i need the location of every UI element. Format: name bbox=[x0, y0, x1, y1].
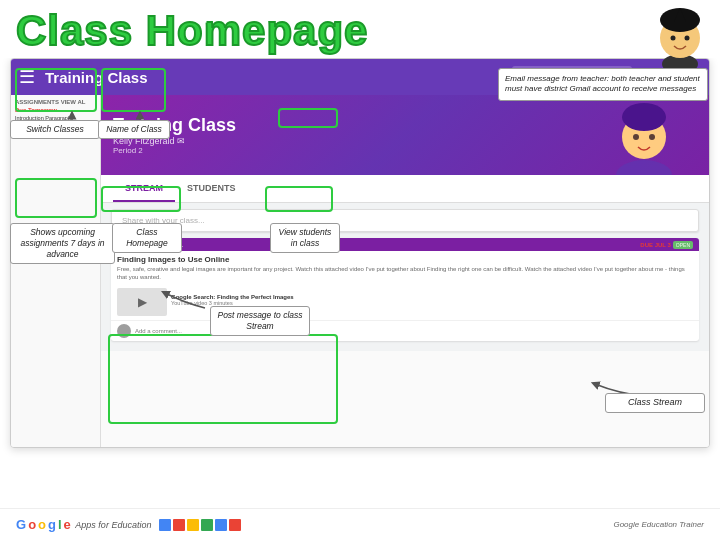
color-red2 bbox=[229, 519, 241, 531]
class-header-banner: Training Class Kelly Fitzgerald ✉ Period… bbox=[101, 95, 709, 175]
avatar bbox=[650, 6, 710, 66]
content-area: ☰ Training Class kcundersid.org ▼ ASSIGN… bbox=[10, 58, 710, 488]
svg-point-6 bbox=[616, 160, 672, 175]
google-logo: Google bbox=[16, 517, 71, 532]
due-badge: DUE JUL 3 bbox=[640, 242, 671, 248]
svg-point-9 bbox=[633, 134, 639, 140]
period-label: Period 2 bbox=[113, 146, 236, 155]
page-title: Class Homepage bbox=[16, 7, 368, 54]
bottom-bar: Google Apps for Education Google Educati… bbox=[0, 508, 720, 540]
title-bar: Class Homepage bbox=[0, 0, 720, 58]
email-message-label: Email message from teacher: both teacher… bbox=[498, 68, 708, 101]
assignment-card-desc: Free, safe, creative and legal images ar… bbox=[117, 266, 693, 282]
shows-upcoming-box bbox=[15, 178, 97, 218]
mock-stream: Share with your class... ASSIGNMENT JUL … bbox=[101, 203, 709, 351]
shows-upcoming-label: Shows upcoming assignments 7 days in adv… bbox=[10, 223, 115, 264]
play-icon[interactable]: ▶ bbox=[138, 295, 147, 309]
tab-students[interactable]: STUDENTS bbox=[175, 175, 248, 202]
color-yellow bbox=[187, 519, 199, 531]
class-stream-box bbox=[108, 334, 338, 424]
name-of-class-label: Name of Class bbox=[98, 120, 170, 139]
email-message-box bbox=[278, 108, 338, 128]
color-blue bbox=[159, 519, 171, 531]
color-red bbox=[173, 519, 185, 531]
view-students-label: View students in class bbox=[270, 223, 340, 253]
svg-point-4 bbox=[671, 36, 676, 41]
class-stream-label: Class Stream bbox=[605, 393, 705, 413]
assignment-card-title: Finding Images to Use Online bbox=[117, 255, 693, 264]
g-red: o bbox=[28, 517, 36, 532]
class-homepage-label: Class Homepage bbox=[112, 223, 182, 253]
assignment-card-header: ASSIGNMENT JUL 1 DUE JUL 3 OPEN bbox=[111, 238, 699, 251]
g-red2: e bbox=[64, 517, 71, 532]
mock-tabs: STREAM STUDENTS bbox=[101, 175, 709, 203]
view-students-box bbox=[265, 186, 333, 212]
g-blue2: g bbox=[48, 517, 56, 532]
share-box[interactable]: Share with your class... bbox=[111, 209, 699, 232]
color-blue2 bbox=[215, 519, 227, 531]
for-education: Apps for Education bbox=[75, 520, 151, 530]
open-badge: OPEN bbox=[673, 241, 693, 249]
switch-classes-box bbox=[15, 68, 97, 112]
switch-classes-label: Switch Classes bbox=[10, 120, 100, 139]
g-green: l bbox=[58, 517, 62, 532]
color-green bbox=[201, 519, 213, 531]
trainer-label: Google Education Trainer bbox=[613, 520, 704, 529]
name-of-class-box bbox=[101, 68, 166, 112]
svg-point-8 bbox=[622, 103, 666, 131]
svg-point-5 bbox=[685, 36, 690, 41]
sidebar: ASSIGNMENTS VIEW AL Due Tomorrow Introdu… bbox=[11, 95, 101, 447]
svg-point-10 bbox=[649, 134, 655, 140]
g-yellow: o bbox=[38, 517, 46, 532]
color-blocks bbox=[159, 519, 241, 531]
class-homepage-box bbox=[101, 186, 181, 212]
g-blue: G bbox=[16, 517, 26, 532]
post-message-label: Post message to class Stream bbox=[210, 306, 310, 336]
post-message-arrow bbox=[155, 283, 215, 313]
